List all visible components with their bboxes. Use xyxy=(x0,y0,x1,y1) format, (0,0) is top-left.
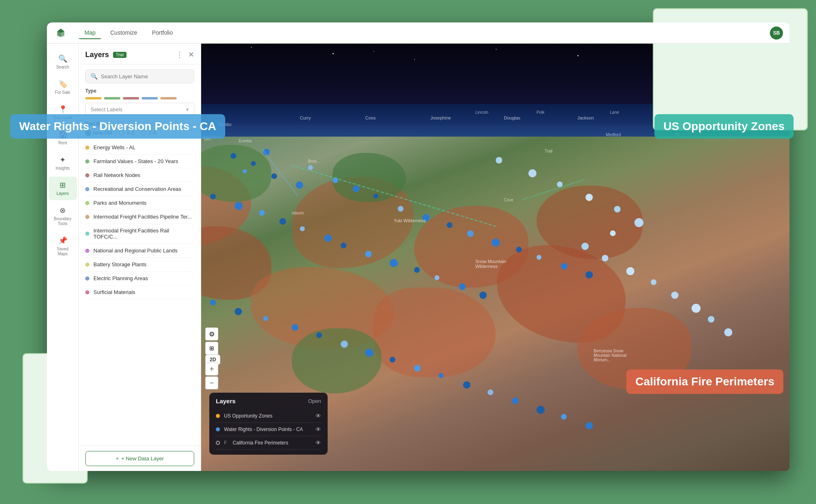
nav-tabs: Map Customize Portfolio xyxy=(79,27,179,39)
select-labels-text: Select Labels xyxy=(91,106,122,113)
popup-layer-name-2: California Fire Perimeters xyxy=(233,440,311,446)
sidebar-label-layers: Layers xyxy=(56,191,69,196)
layer-name-8: Battery Storage Plants xyxy=(93,261,194,267)
popup-layer-2[interactable]: F California Fire Perimeters 👁 xyxy=(216,436,321,450)
type-pill-orange[interactable] xyxy=(160,97,177,99)
layer-item-0[interactable]: Energy Wells - AL xyxy=(85,141,194,155)
zoom-in-button[interactable]: + xyxy=(205,363,218,376)
popup-open-button[interactable]: Open xyxy=(308,398,321,404)
popup-layer-name-1: Water Rights - Diversion Points - CA xyxy=(224,427,311,432)
insights-icon: ✦ xyxy=(60,155,66,164)
callout-water-rights: Water Rights - Diversion Points - CA xyxy=(10,114,225,139)
sidebar-label-savedmaps: Saved Maps xyxy=(52,247,74,256)
popup-dot-1 xyxy=(216,427,220,431)
new-data-layer-button[interactable]: + + New Data Layer xyxy=(85,451,194,466)
layer-dot-8 xyxy=(85,263,89,267)
layer-name-9: Electric Planning Areas xyxy=(93,275,194,281)
layer-item-3[interactable]: Recreational and Conservation Areas xyxy=(85,182,194,196)
top-nav: Map Customize Portfolio SB xyxy=(47,22,789,44)
chevron-down-icon: ▾ xyxy=(186,106,189,113)
popup-dot-0 xyxy=(216,414,220,418)
sidebar-item-layers[interactable]: ⊞ Layers xyxy=(49,177,77,200)
type-pill-yellow[interactable] xyxy=(85,97,102,99)
tab-map[interactable]: Map xyxy=(79,27,101,39)
search-icon-small: 🔍 xyxy=(91,73,98,80)
sidebar-item-search[interactable]: 🔍 Search xyxy=(49,50,77,74)
popup-layer-1[interactable]: Water Rights - Diversion Points - CA 👁 xyxy=(216,423,321,436)
forsale-icon: 🏷️ xyxy=(58,80,67,88)
popup-layer-0[interactable]: US Opportunity Zones 👁 xyxy=(216,409,321,423)
layer-item-8[interactable]: Battery Storage Plants xyxy=(85,258,194,272)
f-label: F xyxy=(224,440,227,446)
zoom-out-button[interactable]: − xyxy=(205,376,218,389)
close-panel-button[interactable]: ✕ xyxy=(188,51,194,58)
layer-name-2: Rail Network Nodes xyxy=(93,172,194,178)
layer-item-10[interactable]: Surficial Materials xyxy=(85,285,194,299)
search-icon: 🔍 xyxy=(58,54,67,63)
type-pill-green[interactable] xyxy=(104,97,120,99)
layer-dot-5 xyxy=(85,215,89,219)
type-pill-blue[interactable] xyxy=(142,97,158,99)
eye-icon-2[interactable]: 👁 xyxy=(315,440,321,446)
layer-search-input[interactable] xyxy=(101,73,189,80)
popup-layer-name-0: US Opportunity Zones xyxy=(224,413,311,419)
type-pills xyxy=(85,97,194,99)
layers-popup: Layers Open US Opportunity Zones 👁 Water… xyxy=(209,393,328,455)
eye-icon-1[interactable]: 👁 xyxy=(315,426,321,433)
sidebar-label-forsale: For Sale xyxy=(55,90,71,95)
tab-customize[interactable]: Customize xyxy=(104,27,143,39)
layer-search-box[interactable]: 🔍 xyxy=(85,69,194,83)
layers-stack-icon: ⊞ xyxy=(209,345,214,351)
layer-item-9[interactable]: Electric Planning Areas xyxy=(85,272,194,285)
type-section: Type xyxy=(79,88,201,103)
layer-dot-4 xyxy=(85,201,89,205)
panel-title-row: Layers Trial xyxy=(85,51,126,59)
layers-panel: Layers Trial ⋮ ✕ 🔍 Type Select Labels xyxy=(79,44,201,471)
plus-icon: + xyxy=(115,455,119,462)
left-sidebar: 🔍 Search 🏷️ For Sale 📍 Sold Land 🏠 Rent … xyxy=(47,44,79,471)
callout-opportunity-zones: US Opportunity Zones xyxy=(654,114,794,139)
layer-dot-7 xyxy=(85,249,89,253)
eye-icon-0[interactable]: 👁 xyxy=(315,413,321,419)
popup-dot-empty-2 xyxy=(216,441,220,445)
callout-fire-perimeters: California Fire Perimeters xyxy=(626,369,783,394)
layer-item-6[interactable]: Intermodal Freight Facilities Rail TOFC/… xyxy=(85,224,194,244)
new-layer-label: + New Data Layer xyxy=(121,455,164,462)
sidebar-item-saved-maps[interactable]: 📌 Saved Maps xyxy=(49,232,77,261)
trial-badge: Trial xyxy=(113,52,126,58)
panel-title: Layers xyxy=(85,51,109,59)
layer-dot-1 xyxy=(85,159,89,164)
soldland-icon: 📍 xyxy=(58,105,67,114)
layer-name-6: Intermodal Freight Facilities Rail TOFC/… xyxy=(93,228,194,240)
layers-toggle-button[interactable]: ⊞ xyxy=(205,342,218,355)
type-label: Type xyxy=(85,88,194,94)
panel-header: Layers Trial ⋮ ✕ xyxy=(79,44,201,64)
tab-portfolio[interactable]: Portfolio xyxy=(146,27,178,39)
user-avatar[interactable]: SB xyxy=(770,27,783,40)
layer-dot-2 xyxy=(85,173,89,177)
sidebar-label-search: Search xyxy=(56,65,69,70)
more-options-icon[interactable]: ⋮ xyxy=(176,50,183,59)
map-controls: + − xyxy=(205,363,218,389)
layer-dot-6 xyxy=(85,232,89,236)
layer-dot-10 xyxy=(85,290,89,294)
layer-item-7[interactable]: National and Regional Public Lands xyxy=(85,244,194,258)
type-pill-red[interactable] xyxy=(123,97,139,99)
callout-fire-text: California Fire Perimeters xyxy=(635,375,774,388)
layer-name-10: Surficial Materials xyxy=(93,289,194,295)
sidebar-item-insights[interactable]: ✦ Insights xyxy=(49,151,77,175)
layer-item-5[interactable]: Intermodal Freight Facilities Pipeline T… xyxy=(85,210,194,224)
sidebar-label-insights: Insights xyxy=(55,166,69,171)
layer-name-0: Energy Wells - AL xyxy=(93,144,194,150)
sidebar-item-boundary-tools[interactable]: ⊗ Boundary Tools xyxy=(49,202,77,230)
layer-dot-3 xyxy=(85,187,89,191)
layer-item-2[interactable]: Rail Network Nodes xyxy=(85,168,194,182)
layer-item-4[interactable]: Parks and Monuments xyxy=(85,196,194,210)
popup-title: Layers xyxy=(216,398,235,405)
layer-item-1[interactable]: Farmland Values - States - 20 Years xyxy=(85,155,194,168)
sidebar-item-for-sale[interactable]: 🏷️ For Sale xyxy=(49,75,77,99)
layers-list: Energy Wells - AL Farmland Values - Stat… xyxy=(79,141,201,446)
layer-dot-0 xyxy=(85,146,89,150)
boundary-icon: ⊗ xyxy=(60,206,66,215)
settings-button[interactable]: ⚙ xyxy=(205,327,218,340)
